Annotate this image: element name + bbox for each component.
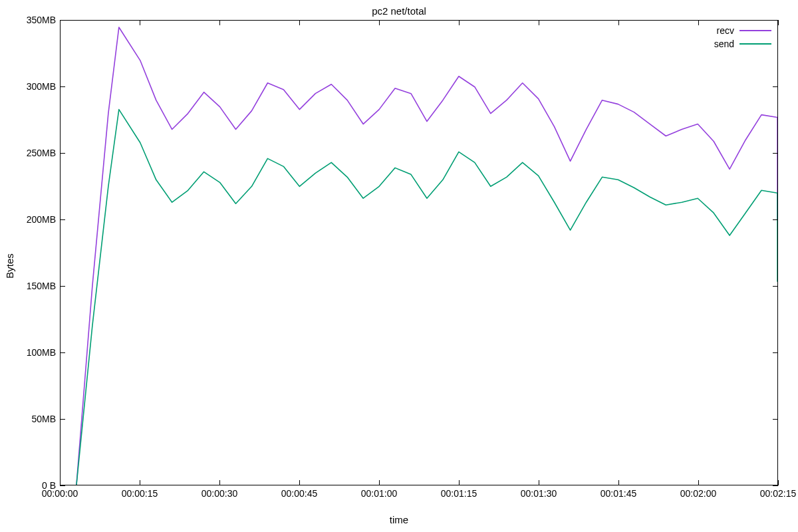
y-tick-label: 250MB [0, 148, 56, 158]
x-tick-mark [299, 480, 300, 485]
x-tick-label: 00:02:00 [680, 488, 717, 499]
y-tick-label: 300MB [0, 81, 56, 92]
y-tick-label: 100MB [0, 347, 56, 358]
y-tick-label: 50MB [0, 414, 56, 424]
legend: recv send [714, 24, 771, 51]
y-tick-mark [773, 352, 778, 353]
chart-title: pc2 net/total [0, 5, 798, 17]
series-line-send [76, 110, 777, 485]
x-tick-mark [539, 480, 539, 485]
legend-label-recv: recv [717, 25, 734, 36]
legend-label-send: send [714, 39, 734, 49]
x-tick-label: 00:01:30 [521, 488, 557, 499]
x-tick-label: 00:01:45 [600, 488, 637, 499]
y-tick-label: 350MB [0, 15, 56, 25]
legend-item-recv: recv [714, 24, 771, 37]
y-tick-mark [60, 419, 65, 420]
x-tick-mark [618, 20, 619, 25]
x-tick-mark [618, 480, 619, 485]
x-tick-mark [219, 20, 220, 25]
legend-swatch-send [739, 43, 771, 45]
y-tick-mark [60, 352, 65, 353]
x-tick-mark [459, 20, 460, 25]
x-tick-mark [60, 20, 61, 25]
x-tick-mark [60, 480, 61, 485]
y-tick-mark [773, 286, 778, 287]
y-tick-mark [773, 419, 778, 420]
chart-container: pc2 net/total Bytes time 0 B50MB100MB150… [0, 0, 798, 532]
x-axis-label: time [390, 514, 408, 525]
legend-swatch-recv [739, 30, 771, 31]
y-tick-mark [773, 86, 778, 87]
series-line-recv [76, 27, 777, 485]
plot-area [60, 20, 778, 485]
y-tick-mark [60, 86, 65, 87]
y-tick-label: 200MB [0, 214, 56, 225]
x-tick-mark [379, 480, 380, 485]
x-tick-mark [299, 20, 300, 25]
x-tick-label: 00:01:00 [361, 488, 398, 499]
y-tick-mark [60, 485, 65, 486]
y-tick-mark [773, 219, 778, 220]
x-tick-label: 00:00:45 [281, 488, 318, 499]
x-axis-ticks: 00:00:0000:00:1500:00:3000:00:4500:01:00… [60, 488, 778, 501]
x-tick-label: 00:00:15 [122, 488, 158, 499]
x-tick-mark [140, 480, 140, 485]
x-tick-mark [698, 20, 699, 25]
x-tick-mark [778, 20, 779, 25]
y-tick-mark [60, 153, 65, 154]
x-tick-mark [459, 480, 460, 485]
x-tick-mark [778, 480, 779, 485]
legend-item-send: send [714, 37, 771, 51]
y-tick-mark [60, 20, 65, 21]
x-tick-label: 00:00:00 [42, 488, 78, 499]
x-tick-label: 00:00:30 [201, 488, 238, 499]
x-tick-label: 00:02:15 [760, 488, 797, 499]
y-tick-label: 150MB [0, 281, 56, 291]
x-tick-mark [219, 480, 220, 485]
x-tick-label: 00:01:15 [441, 488, 477, 499]
x-tick-mark [698, 480, 699, 485]
x-tick-mark [140, 20, 140, 25]
x-tick-mark [539, 20, 539, 25]
chart-lines [61, 21, 777, 485]
y-tick-mark [60, 286, 65, 287]
x-tick-mark [379, 20, 380, 25]
y-tick-mark [60, 219, 65, 220]
y-tick-mark [773, 485, 778, 486]
y-tick-mark [773, 153, 778, 154]
y-tick-mark [773, 20, 778, 21]
y-axis-ticks: 0 B50MB100MB150MB200MB250MB300MB350MB [0, 20, 56, 485]
